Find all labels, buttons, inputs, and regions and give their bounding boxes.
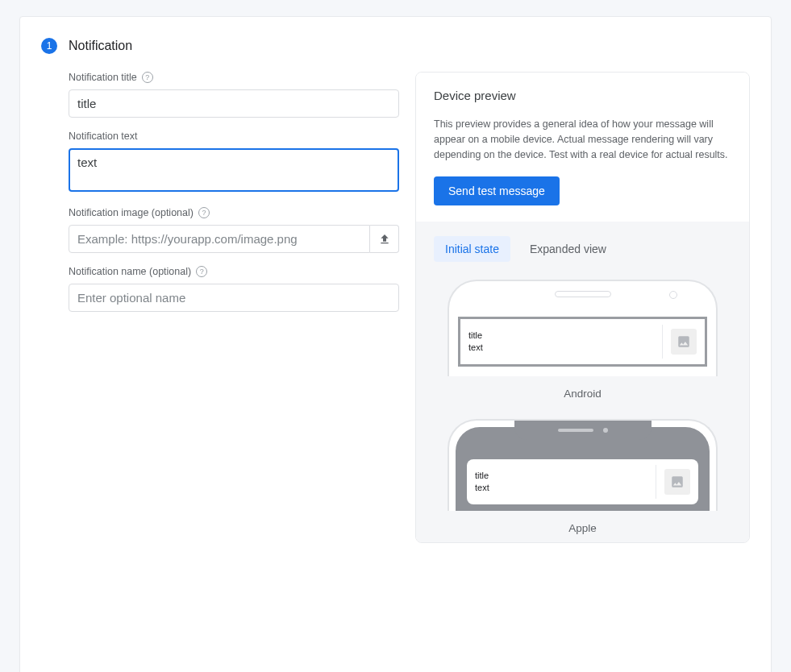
notification-title-label: Notification title ? — [69, 72, 399, 83]
tab-initial-state[interactable]: Initial state — [434, 236, 510, 262]
image-placeholder-icon — [671, 329, 697, 355]
notification-image-label: Notification image (optional) ? — [69, 207, 399, 218]
notification-card-android: title text — [458, 317, 707, 367]
help-icon[interactable]: ? — [142, 72, 153, 83]
device-caption-android: Android — [564, 388, 602, 400]
notification-card-apple: title text — [467, 459, 698, 504]
help-icon[interactable]: ? — [198, 207, 210, 218]
speaker-icon — [555, 291, 611, 297]
image-placeholder-icon — [664, 469, 690, 495]
notification-name-label: Notification name (optional) ? — [69, 266, 399, 277]
preview-description: This preview provides a general idea of … — [434, 117, 731, 162]
help-icon[interactable]: ? — [196, 266, 207, 277]
notification-preview-title: title — [475, 470, 647, 482]
device-preview-panel: Device preview This preview provides a g… — [415, 72, 750, 543]
step-title: Notification — [69, 39, 132, 53]
camera-icon — [669, 291, 677, 299]
preview-heading: Device preview — [434, 89, 731, 102]
android-preview-frame: title text — [448, 280, 718, 376]
notification-text-label: Notification text — [69, 131, 399, 142]
notch-icon — [514, 421, 652, 440]
notification-name-input[interactable] — [69, 284, 399, 312]
send-test-message-button[interactable]: Send test message — [434, 176, 560, 205]
upload-icon — [378, 233, 391, 246]
preview-tabs: Initial state Expanded view — [434, 236, 731, 262]
tab-expanded-view[interactable]: Expanded view — [518, 236, 618, 262]
apple-preview-frame: title text — [448, 419, 718, 511]
notification-preview-body: text — [475, 482, 647, 494]
step-header: 1 Notification — [41, 38, 750, 54]
notification-image-input[interactable] — [69, 225, 370, 253]
notification-preview-title: title — [468, 330, 654, 342]
notification-text-input[interactable]: text — [69, 148, 399, 192]
notification-preview-body: text — [468, 342, 654, 354]
notification-title-input[interactable] — [69, 89, 399, 118]
step-number-badge: 1 — [41, 38, 57, 54]
upload-button[interactable] — [370, 225, 399, 253]
device-caption-apple: Apple — [568, 522, 597, 534]
